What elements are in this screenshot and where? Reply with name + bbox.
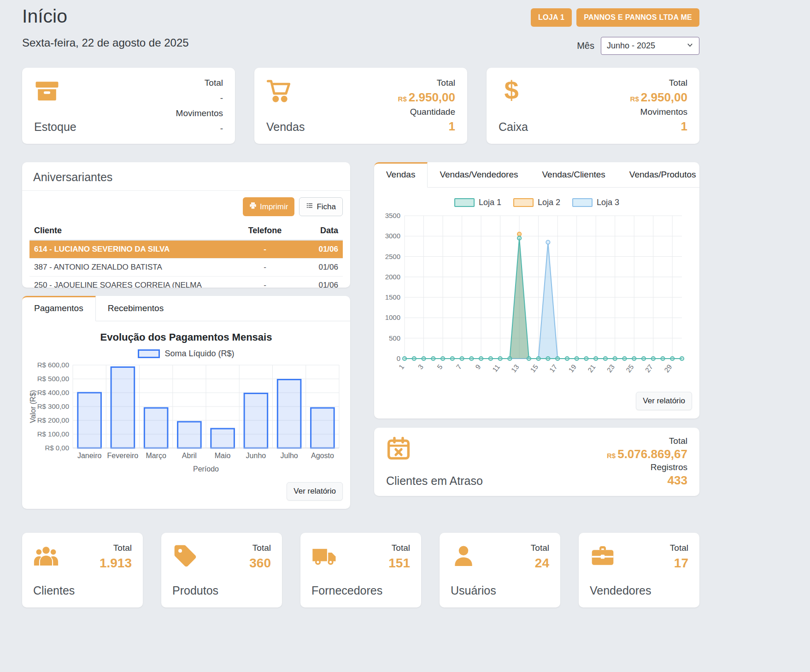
tag-icon: [172, 543, 198, 569]
svg-text:Abril: Abril: [182, 452, 197, 460]
store-button[interactable]: LOJA 1: [531, 8, 572, 27]
tab-vendas[interactable]: Vendas: [374, 162, 428, 188]
vendedores-label: Vendedores: [590, 584, 651, 597]
fornecedores-total-label: Total: [388, 543, 410, 553]
clientes-total-value: 1.913: [100, 556, 132, 571]
caixa-movimentos-value: 1: [630, 119, 687, 134]
estoque-movimentos-label: Movimentos: [176, 108, 223, 118]
table-row[interactable]: 250 - JAQUELINE SOARES CORREIA (NELMA - …: [29, 277, 343, 288]
produtos-label: Produtos: [172, 584, 218, 597]
ficha-button[interactable]: Ficha: [299, 197, 343, 216]
caixa-label: Caixa: [499, 120, 528, 134]
atraso-registros-value: 433: [607, 473, 687, 488]
legend-loja3: Loja 3: [572, 198, 619, 207]
vendas-report-button[interactable]: Ver relatório: [636, 392, 692, 410]
box-icon: [34, 78, 60, 104]
clientes-total-label: Total: [100, 543, 132, 553]
produtos-total-value: 360: [249, 556, 271, 571]
col-data: Data: [299, 226, 338, 236]
bottom-stat-cards: Clientes Total 1.913 Produtos Total 360: [22, 533, 699, 607]
svg-text:Valor (R$): Valor (R$): [29, 390, 37, 423]
svg-text:23: 23: [605, 363, 616, 374]
aniversariantes-card: Aniversariantes Imprimir Ficha: [22, 162, 350, 288]
calendar-x-icon: [386, 436, 412, 462]
header-right: LOJA 1 PANNOS E PANNOS LTDA ME Mês Junho…: [531, 6, 699, 55]
tab-pagamentos[interactable]: Pagamentos: [22, 296, 96, 321]
svg-text:19: 19: [567, 363, 578, 374]
legend-loja1: Loja 1: [454, 198, 501, 207]
table-row[interactable]: 387 - ANTONIO ZENALDO BATISTA - 01/06: [29, 259, 343, 277]
caixa-total-label: Total: [630, 78, 687, 88]
svg-text:27: 27: [643, 363, 654, 374]
svg-text:11: 11: [491, 363, 501, 373]
tab-vendas-vendedores[interactable]: Vendas/Vendedores: [428, 162, 530, 187]
svg-text:3500: 3500: [385, 212, 400, 219]
caixa-card: $ Caixa Total R$2.950,00 Movimentos 1: [487, 68, 699, 144]
svg-text:Março: Março: [146, 452, 166, 460]
svg-text:Período: Período: [193, 465, 219, 473]
pagamentos-tabs: Pagamentos Recebimentos: [22, 296, 350, 321]
svg-text:R$ 0,00: R$ 0,00: [45, 444, 69, 452]
vendas-label: Vendas: [266, 120, 305, 134]
usuarios-total-label: Total: [531, 543, 549, 553]
col-cliente: Cliente: [34, 226, 230, 236]
estoque-total-label: Total: [176, 78, 223, 88]
caixa-movimentos-label: Movimentos: [630, 107, 687, 117]
loja2-swatch: [513, 198, 534, 207]
usuarios-card: Usuários Total 24: [440, 533, 560, 607]
svg-text:25: 25: [624, 363, 635, 374]
atraso-registros-label: Registros: [607, 462, 687, 472]
svg-text:5: 5: [435, 363, 444, 371]
store-buttons: LOJA 1 PANNOS E PANNOS LTDA ME: [531, 8, 699, 27]
top-stat-cards: Estoque Total - Movimentos - Vendas Tota…: [22, 68, 699, 144]
svg-text:Fevereiro: Fevereiro: [107, 452, 139, 460]
svg-text:2500: 2500: [385, 253, 400, 260]
pagamentos-card: Pagamentos Recebimentos Evolução dos Pag…: [22, 296, 350, 509]
clientes-atraso-label: Clientes em Atraso: [386, 474, 483, 488]
clientes-card: Clientes Total 1.913: [22, 533, 143, 607]
clientes-label: Clientes: [33, 584, 75, 597]
svg-text:$: $: [504, 78, 518, 104]
month-select-value: Junho - 2025: [607, 41, 655, 51]
svg-text:R$ 300,00: R$ 300,00: [37, 402, 69, 410]
svg-text:500: 500: [389, 334, 400, 342]
tab-vendas-produtos[interactable]: Vendas/Produtos: [617, 162, 708, 187]
chevron-down-icon: [687, 41, 693, 51]
svg-text:7: 7: [454, 363, 463, 371]
svg-text:R$ 100,00: R$ 100,00: [37, 430, 69, 438]
svg-text:R$ 600,00: R$ 600,00: [37, 361, 69, 369]
usuarios-total-value: 24: [531, 556, 549, 571]
tab-recebimentos[interactable]: Recebimentos: [96, 296, 176, 321]
bar-chart-legend: Soma Líquido (R$): [22, 349, 350, 359]
tab-vendas-clientes[interactable]: Vendas/Clientes: [530, 162, 617, 187]
svg-text:1500: 1500: [385, 293, 400, 301]
clientes-atraso-card: Clientes em Atraso Total R$5.076.869,67 …: [374, 428, 699, 496]
month-select[interactable]: Junho - 2025: [601, 37, 699, 55]
atraso-total-value: R$5.076.869,67: [607, 447, 687, 461]
company-button[interactable]: PANNOS E PANNOS LTDA ME: [576, 8, 699, 27]
list-icon: [306, 202, 313, 212]
briefcase-icon: [590, 543, 616, 569]
month-label: Mês: [577, 41, 594, 51]
vendas-card: Vendas Total R$2.950,00 Quantidade 1: [254, 68, 467, 144]
svg-text:1000: 1000: [385, 313, 400, 321]
produtos-total-label: Total: [249, 543, 271, 553]
svg-text:15: 15: [528, 363, 540, 374]
svg-text:29: 29: [663, 363, 674, 374]
printer-icon: [249, 202, 257, 212]
table-header: Cliente Telefone Data: [29, 222, 343, 241]
vendas-quantidade-value: 1: [398, 119, 455, 134]
svg-text:13: 13: [510, 363, 521, 374]
usuarios-label: Usuários: [451, 584, 496, 597]
imprimir-button[interactable]: Imprimir: [243, 197, 294, 216]
svg-text:R$ 200,00: R$ 200,00: [37, 416, 69, 424]
table-row[interactable]: 614 - LUCIANO SEVERINO DA SILVA - 01/06: [29, 241, 343, 259]
pagamentos-report-button[interactable]: Ver relatório: [287, 482, 343, 501]
loja3-swatch: [572, 198, 593, 207]
vendas-tabs: Vendas Vendas/Vendedores Vendas/Clientes…: [374, 162, 699, 188]
col-telefone: Telefone: [230, 226, 299, 236]
cart-icon: [266, 78, 292, 104]
bar-chart-title: Evolução dos Pagamentos Mensais: [22, 331, 350, 343]
atraso-total-label: Total: [607, 436, 687, 446]
people-icon: [33, 543, 59, 569]
